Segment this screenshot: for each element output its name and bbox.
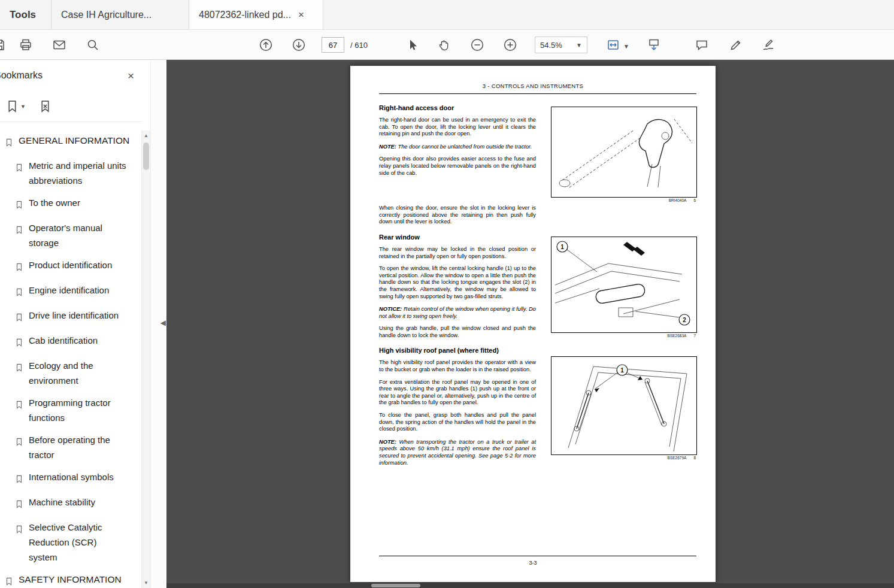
page-total-label: / 610: [350, 41, 368, 50]
tab-label: Case IH Agriculture...: [61, 10, 151, 20]
bookmark-icon: [15, 161, 23, 176]
next-page-button[interactable]: [292, 38, 306, 52]
bookmark-label: International symbols: [29, 469, 127, 484]
doc-para: To open the window, lift the central loc…: [379, 265, 536, 300]
sidebar-scrollbar[interactable]: ▲ ▼: [141, 131, 150, 588]
annotate-pen-icon[interactable]: [729, 38, 743, 52]
bookmark-label: Before operating the tractor: [29, 432, 127, 462]
zoom-in-button[interactable]: [503, 38, 517, 52]
bookmark-label: Programming tractor functions: [29, 395, 127, 425]
print-icon[interactable]: [19, 38, 33, 52]
select-tool-icon[interactable]: [405, 38, 419, 52]
scrollbar-thumb[interactable]: [371, 584, 420, 587]
scrolling-mode-icon[interactable]: [647, 38, 661, 52]
figure-caption: BSE2679A8: [551, 456, 697, 460]
bookmark-item[interactable]: SAFETY INFORMATION: [0, 568, 141, 588]
tab-document-2-active[interactable]: 48072362-linked pd... ×: [189, 0, 323, 29]
chevron-down-icon[interactable]: ▼: [623, 43, 629, 50]
bookmark-icon: [15, 198, 23, 213]
svg-text:2: 2: [683, 317, 686, 323]
tab-tools[interactable]: Tools: [0, 0, 51, 29]
document-viewport[interactable]: 3 - CONTROLS AND INSTRUMENTS Right-hand …: [166, 60, 894, 588]
pdf-reader-window: Tools Case IH Agriculture... 48072362-li…: [0, 0, 894, 588]
figure-caption: BSE2683A7: [551, 334, 697, 338]
bookmark-label: To the owner: [29, 195, 127, 210]
bookmark-item[interactable]: Programming tractor functions: [0, 392, 141, 429]
bookmark-item[interactable]: GENERAL INFORMATION: [0, 129, 141, 154]
zoom-level-dropdown[interactable]: 54.5% ▼: [535, 37, 587, 53]
bookmark-label: Product identification: [29, 257, 127, 272]
email-icon[interactable]: [52, 38, 66, 52]
bookmark-icon: [15, 286, 23, 301]
doc-para: The high visibility roof panel provides …: [379, 359, 536, 373]
doc-para: To close the panel, grasp both handles a…: [379, 412, 536, 433]
page-text-column: Right-hand access doorThe right-hand doo…: [379, 101, 536, 466]
doc-para: For extra ventilation the roof panel may…: [379, 379, 536, 407]
bookmark-item[interactable]: Operator's manual storage: [0, 217, 141, 254]
bookmark-label: Metric and imperial units abbreviations: [29, 158, 127, 188]
bookmark-label: SAFETY INFORMATION: [19, 572, 132, 587]
svg-text:1: 1: [560, 244, 564, 250]
save-icon[interactable]: [0, 38, 7, 52]
zoom-out-button[interactable]: [470, 38, 484, 52]
bookmark-options-icon[interactable]: ▼: [6, 100, 26, 113]
doc-note: NOTE: The door cannot be unlatched from …: [379, 144, 536, 151]
fit-page-icon[interactable]: [606, 38, 620, 52]
doc-para: The right-hand door can be used in an em…: [379, 117, 536, 138]
bookmark-icon: [15, 361, 23, 376]
bookmark-label: Ecology and the environment: [29, 358, 127, 388]
close-icon[interactable]: ×: [128, 70, 134, 81]
bookmark-icon: [5, 136, 13, 151]
roof-panel-illustration: 1: [551, 356, 697, 455]
panel-resize-gutter[interactable]: ◀: [150, 60, 166, 588]
bookmark-item[interactable]: Selective Catalytic Reduction (SCR) syst…: [0, 516, 141, 568]
chevron-down-icon: ▼: [576, 42, 582, 49]
doc-note: NOTICE: Retain control of the window whe…: [379, 306, 536, 320]
door-lock-illustration: [551, 107, 697, 198]
bookmark-item[interactable]: International symbols: [0, 466, 141, 491]
page-number-input[interactable]: [322, 37, 344, 53]
comment-icon[interactable]: [695, 38, 709, 52]
bookmark-item[interactable]: Ecology and the environment: [0, 354, 141, 392]
tab-label: Tools: [10, 9, 36, 21]
bookmark-icon: [15, 523, 23, 538]
bookmark-label: Selective Catalytic Reduction (SCR) syst…: [29, 520, 127, 565]
figure-door-lock: BRI4040A6: [551, 107, 697, 202]
bookmark-label: Cab identification: [29, 333, 127, 348]
scrollbar-thumb[interactable]: [143, 143, 149, 170]
bookmark-icon: [15, 336, 23, 351]
bookmark-item[interactable]: To the owner: [0, 192, 141, 217]
doc-para: Using the grab handle, pull the window c…: [379, 325, 536, 339]
fill-sign-icon[interactable]: [761, 38, 775, 52]
previous-page-button[interactable]: [259, 38, 273, 52]
bookmark-label: Machine stability: [29, 495, 127, 510]
doc-para: The rear window may be locked in the clo…: [379, 246, 536, 260]
new-bookmark-icon[interactable]: [39, 100, 51, 113]
svg-text:1: 1: [620, 367, 624, 374]
figure-caption: BRI4040A6: [551, 198, 697, 202]
bookmark-icon: [15, 498, 23, 513]
bookmark-icon: [15, 311, 23, 326]
hand-tool-icon[interactable]: [437, 38, 451, 52]
scroll-up-icon[interactable]: ▲: [142, 133, 150, 138]
tab-close-icon[interactable]: ×: [298, 10, 304, 20]
bookmark-item[interactable]: Product identification: [0, 254, 141, 279]
scroll-down-icon[interactable]: ▼: [142, 580, 150, 586]
bookmark-item[interactable]: Engine identification: [0, 279, 141, 304]
bookmarks-toolbar: ▼: [0, 91, 141, 122]
bookmark-item[interactable]: Before operating the tractor: [0, 429, 141, 466]
doc-note: NOTE: When transporting the tractor on a…: [379, 439, 536, 466]
bookmark-item[interactable]: Metric and imperial units abbreviations: [0, 154, 141, 192]
tab-document-1[interactable]: Case IH Agriculture...: [51, 0, 189, 29]
horizontal-scrollbar[interactable]: [166, 583, 894, 588]
bookmark-label: Engine identification: [29, 283, 127, 298]
bookmark-item[interactable]: Cab identification: [0, 329, 141, 354]
collapse-panel-icon[interactable]: ◀: [160, 319, 166, 327]
search-icon[interactable]: [86, 38, 100, 52]
bookmarks-panel-header: Bookmarks ×: [0, 60, 141, 91]
rear-window-illustration: 1 2: [551, 237, 697, 333]
bookmark-item[interactable]: Machine stability: [0, 491, 141, 516]
figure-roof-panel: 1 BSE2679A8: [551, 356, 697, 460]
bookmark-label: Operator's manual storage: [29, 220, 127, 250]
bookmark-item[interactable]: Drive line identification: [0, 304, 141, 329]
